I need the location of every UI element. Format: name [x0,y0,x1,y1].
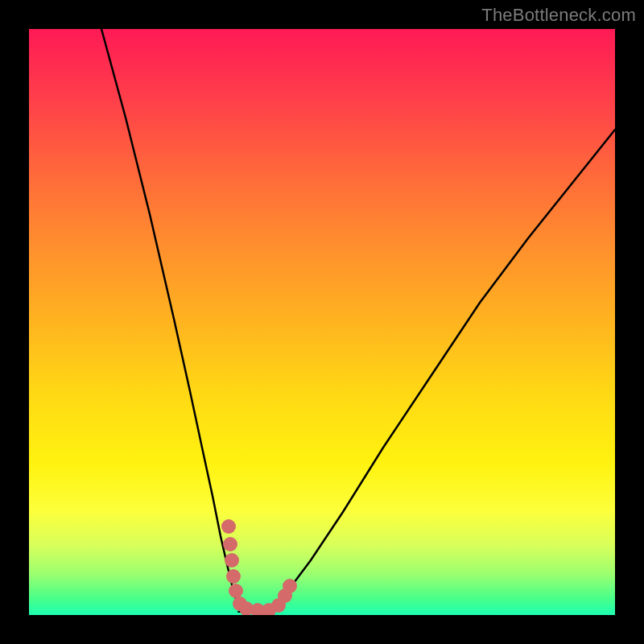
dip-marker [221,519,236,534]
plot-area [29,29,615,615]
dip-marker [226,569,241,584]
dip-marker [283,579,297,593]
dip-marker [225,553,239,568]
dip-marker [229,584,243,598]
watermark-text: TheBottleneck.com [481,5,636,26]
chart-frame: TheBottleneck.com [0,0,644,644]
series-left-curve [101,29,242,610]
dip-marker [223,537,237,551]
dip-marker-group [221,519,297,615]
series-right-curve [270,130,615,610]
curve-layer [29,29,615,615]
bottleneck-curves [101,29,615,612]
